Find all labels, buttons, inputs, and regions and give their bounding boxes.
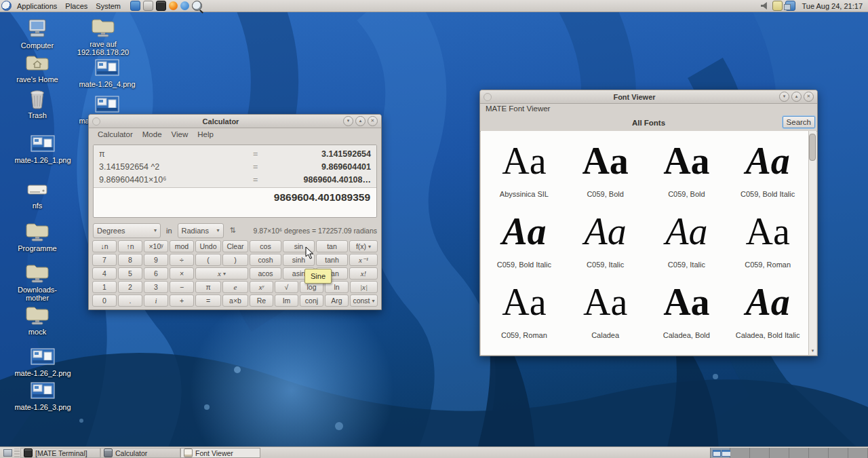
show-desktop-button[interactable] [1, 448, 14, 458]
desktop-icon-mate-1-26-2-png[interactable]: mate-1.26_2.png [10, 347, 75, 377]
remote-desktop-icon[interactable] [130, 1, 140, 11]
font-viewer-titlebar[interactable]: Font Viewer ▾ ▴ ✕ [480, 90, 817, 104]
key-1[interactable]: 1 [92, 281, 117, 293]
key-acos[interactable]: acos [250, 267, 281, 280]
volume-icon[interactable] [761, 1, 770, 10]
unit-from-combobox[interactable]: Degrees ▾ [93, 223, 161, 238]
calculator-titlebar[interactable]: Calculator ▾ ▴ ✕ [89, 115, 381, 128]
unit-to-combobox[interactable]: Radians ▾ [178, 223, 224, 238]
key-[interactable]: . [118, 294, 142, 307]
key-9[interactable]: 9 [144, 254, 168, 266]
key-[interactable]: + [170, 294, 194, 307]
screenshot-icon[interactable] [192, 1, 202, 11]
key-4[interactable]: 4 [92, 267, 117, 280]
network-icon[interactable] [785, 1, 795, 11]
key-5[interactable]: 5 [118, 267, 142, 280]
key-[interactable]: ÷ [170, 254, 194, 266]
key-arg[interactable]: Arg [325, 294, 349, 307]
task-button-fonts[interactable]: Font Viewer [180, 448, 260, 458]
scroll-down-icon[interactable]: ▾ [810, 348, 816, 354]
key-[interactable]: √ [275, 281, 298, 293]
task-button-terminal[interactable]: [MATE Terminal] [20, 448, 100, 458]
key-clear[interactable]: Clear [222, 240, 248, 252]
font-card[interactable]: AaC059, Bold Italic [727, 135, 808, 206]
swap-units-button[interactable]: ⇅ [230, 226, 236, 235]
scrollbar-thumb[interactable] [809, 134, 816, 161]
key-10[interactable]: ×10ʸ [144, 240, 168, 252]
key-[interactable]: ) [222, 254, 248, 266]
key-x[interactable]: |x| [350, 281, 378, 293]
font-card[interactable]: AaC059, Italic [646, 206, 728, 276]
font-card[interactable]: AaC059, Roman [727, 206, 808, 276]
menu-places[interactable]: Places [61, 2, 92, 10]
calc-menu-calculator[interactable]: Calculator [93, 130, 138, 138]
workspace-1[interactable] [711, 448, 730, 458]
key-7[interactable]: 7 [92, 254, 117, 266]
desktop-icon-mate-1-26-4-png[interactable]: mate-1.26_4.png [75, 58, 140, 88]
menu-applications[interactable]: Applications [13, 2, 61, 10]
history-row[interactable]: π=3.141592654 [94, 147, 376, 160]
search-button[interactable]: Search [783, 116, 815, 128]
key-[interactable]: ( [195, 254, 221, 266]
key-fx[interactable]: f(x)▾ [349, 240, 378, 252]
minimize-button[interactable]: ▾ [779, 92, 789, 102]
close-button[interactable]: ✕ [804, 92, 814, 102]
minimize-button[interactable]: ▾ [343, 116, 353, 126]
key-cosh[interactable]: cosh [250, 254, 281, 266]
desktop-icon-mate-1-26-1-png[interactable]: mate-1.26_1.png [10, 134, 75, 164]
desktop-icon-nfs[interactable]: nfs [5, 179, 70, 210]
calc-menu-mode[interactable]: Mode [138, 130, 167, 138]
key-6[interactable]: 6 [144, 267, 168, 280]
workspace-7[interactable] [829, 448, 848, 458]
desktop-icon-computer[interactable]: Computer [5, 19, 70, 50]
close-button[interactable]: ✕ [368, 116, 378, 126]
calc-menu-help[interactable]: Help [193, 130, 218, 138]
workspace-3[interactable] [750, 448, 770, 458]
window-menu-icon[interactable] [484, 93, 492, 101]
key-e[interactable]: e [222, 281, 248, 293]
key-0[interactable]: 0 [92, 294, 117, 307]
menu-system[interactable]: System [92, 2, 125, 10]
key-3[interactable]: 3 [144, 281, 168, 293]
key-2[interactable]: 2 [118, 281, 142, 293]
file-manager-icon[interactable] [143, 1, 153, 11]
history-row[interactable]: 3.141592654 ^2=9.869604401 [94, 160, 376, 173]
key-const[interactable]: const▾ [350, 294, 378, 307]
desktop-icon-mock[interactable]: mock [5, 305, 70, 336]
key-i[interactable]: i [144, 294, 168, 307]
font-card[interactable]: AaCaladea, Bold Italic [727, 276, 808, 347]
key-mod[interactable]: mod [170, 240, 194, 252]
desktop-icon-rave-s-home[interactable]: rave's Home [5, 53, 70, 83]
key-[interactable]: × [170, 267, 194, 280]
maximize-button[interactable]: ▴ [791, 92, 802, 102]
workspace-2[interactable] [730, 448, 750, 458]
desktop-icon-rave-auf-192-168-178-20[interactable]: rave auf 192.168.178.20 [71, 18, 136, 56]
key-conj[interactable]: conj [300, 294, 323, 307]
thunderbird-icon[interactable] [180, 1, 189, 10]
key-8[interactable]: 8 [118, 254, 142, 266]
key-re[interactable]: Re [250, 294, 273, 307]
key-[interactable]: − [170, 281, 194, 293]
fedora-logo-icon[interactable] [1, 1, 12, 11]
panel-clock[interactable]: Tue Aug 24, 21:17 [797, 2, 868, 10]
workspace-5[interactable] [789, 448, 809, 458]
window-menu-icon[interactable] [92, 117, 100, 126]
key-n[interactable]: ↑n [118, 240, 142, 252]
key-x[interactable]: x! [349, 267, 378, 280]
terminal-launcher-icon[interactable] [156, 1, 166, 11]
key-undo[interactable]: Undo [195, 240, 221, 252]
key-x[interactable]: x⁻¹ [349, 254, 378, 266]
maximize-button[interactable]: ▴ [355, 116, 366, 126]
font-card[interactable]: AaC059, Bold Italic [484, 206, 565, 276]
key-im[interactable]: Im [275, 294, 298, 307]
firefox-icon[interactable] [169, 1, 178, 10]
desktop-icon-downloads-mother[interactable]: Downloads-mother [5, 263, 70, 302]
font-card[interactable]: AaC059, Italic [565, 206, 646, 276]
task-button-calculator[interactable]: Calculator [100, 448, 180, 458]
key-x[interactable]: xʸ [250, 281, 273, 293]
workspace-8[interactable] [848, 448, 868, 458]
desktop-icon-programme[interactable]: Programme [5, 222, 70, 252]
display-icon[interactable] [772, 1, 783, 11]
history-row[interactable]: 9.869604401×10⁶=9869604.40108… [94, 173, 376, 186]
key-ab[interactable]: a×b [222, 294, 248, 307]
